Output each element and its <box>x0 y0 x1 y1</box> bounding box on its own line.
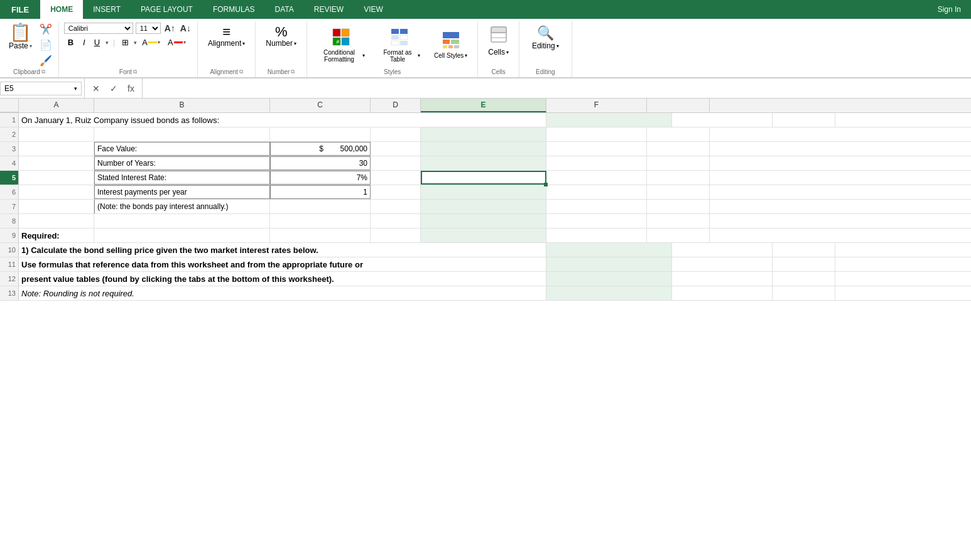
cell-12-a[interactable]: present value tables (found by clicking … <box>19 272 546 286</box>
font-dialog-icon[interactable]: ⧉ <box>133 68 137 75</box>
cell-11-f[interactable] <box>672 257 773 271</box>
cell-4-b[interactable]: Number of Years: <box>94 156 270 170</box>
cell-2-c[interactable] <box>270 127 371 141</box>
cell-11-g[interactable] <box>773 257 835 271</box>
cell-5-e[interactable] <box>421 171 546 185</box>
col-header-c[interactable]: C <box>270 99 371 112</box>
borders-button[interactable]: ⊞ <box>119 37 131 48</box>
cell-3-d[interactable] <box>371 142 421 156</box>
cell-12-f[interactable] <box>672 272 773 286</box>
font-color-button[interactable]: A ▾ <box>165 37 188 48</box>
number-dialog-icon[interactable]: ⧉ <box>291 68 295 75</box>
cell-8-b[interactable] <box>94 214 270 228</box>
cell-2-b[interactable] <box>94 127 270 141</box>
cell-7-g[interactable] <box>647 200 710 213</box>
cell-8-g[interactable] <box>647 214 710 228</box>
cell-8-d[interactable] <box>371 214 421 228</box>
editing-button[interactable]: 🔍 Editing ▾ <box>524 23 567 53</box>
cell-7-e[interactable] <box>421 200 546 213</box>
cell-13-e[interactable] <box>546 286 672 300</box>
conditional-formatting-button[interactable]: ≠ Conditional Formatting ▾ <box>312 25 370 65</box>
cell-10-f[interactable] <box>672 243 773 257</box>
cell-9-c[interactable] <box>270 229 371 242</box>
cell-2-g[interactable] <box>647 127 710 141</box>
cell-7-f[interactable] <box>546 200 647 213</box>
tab-page-layout[interactable]: PAGE LAYOUT <box>131 0 203 19</box>
col-header-g[interactable] <box>647 99 710 112</box>
italic-button[interactable]: I <box>80 37 89 48</box>
tab-review[interactable]: REVIEW <box>304 0 354 19</box>
cell-13-g[interactable] <box>773 286 835 300</box>
tab-formulas[interactable]: FORMULAS <box>203 0 265 19</box>
cells-button[interactable]: Cells ▾ <box>483 23 514 59</box>
cell-9-b[interactable] <box>94 229 270 242</box>
cell-5-g[interactable] <box>647 171 710 185</box>
cell-2-f[interactable] <box>546 127 647 141</box>
cell-7-b[interactable]: (Note: the bonds pay interest annually.) <box>94 200 270 213</box>
cell-1-a[interactable]: On January 1, Ruiz Company issued bonds … <box>19 113 546 127</box>
cell-4-a[interactable] <box>19 156 94 170</box>
cell-5-b[interactable]: Stated Interest Rate: <box>94 171 270 185</box>
cell-13-a[interactable]: Note: Rounding is not required. <box>19 286 546 300</box>
formula-fx-button[interactable]: fx <box>122 81 139 96</box>
cut-button[interactable]: ✂️ <box>38 23 53 36</box>
cell-8-e[interactable] <box>421 214 546 228</box>
col-header-f[interactable]: F <box>546 99 647 112</box>
cell-6-a[interactable] <box>19 185 94 199</box>
cell-6-e[interactable] <box>421 185 546 199</box>
cell-10-g[interactable] <box>773 243 835 257</box>
number-button[interactable]: % Number ▾ <box>261 23 301 50</box>
cell-6-f[interactable] <box>546 185 647 199</box>
cell-4-f[interactable] <box>546 156 647 170</box>
font-grow-button[interactable]: A↑ <box>163 23 176 33</box>
alignment-dialog-icon[interactable]: ⧉ <box>239 68 243 75</box>
col-header-a[interactable]: A <box>19 99 94 112</box>
cell-1-f[interactable] <box>672 113 773 127</box>
col-header-e[interactable]: E <box>421 99 546 112</box>
paste-button[interactable]: 📋 Paste ▾ <box>5 23 36 51</box>
cell-1-g[interactable] <box>773 113 835 127</box>
cell-2-a[interactable] <box>19 127 94 141</box>
cell-9-a[interactable]: Required: <box>19 229 94 242</box>
drag-handle[interactable] <box>544 183 548 186</box>
cell-13-f[interactable] <box>672 286 773 300</box>
cell-6-g[interactable] <box>647 185 710 199</box>
formula-confirm-button[interactable]: ✓ <box>105 81 122 96</box>
tab-view[interactable]: VIEW <box>354 0 393 19</box>
formula-cancel-button[interactable]: ✕ <box>87 81 105 96</box>
tab-home[interactable]: HOME <box>40 0 83 19</box>
tab-insert[interactable]: INSERT <box>83 0 131 19</box>
cell-5-a[interactable] <box>19 171 94 185</box>
cell-10-e[interactable] <box>546 243 672 257</box>
cell-4-g[interactable] <box>647 156 710 170</box>
cell-8-a[interactable] <box>19 214 94 228</box>
cell-11-e[interactable] <box>546 257 672 271</box>
cell-3-g[interactable] <box>647 142 710 156</box>
bold-button[interactable]: B <box>64 36 77 48</box>
cell-9-f[interactable] <box>546 229 647 242</box>
font-shrink-button[interactable]: A↓ <box>179 23 192 33</box>
format-as-table-button[interactable]: Format as Table ▾ <box>374 25 425 65</box>
cell-12-e[interactable] <box>546 272 672 286</box>
cell-6-c[interactable]: 1 <box>270 185 371 199</box>
format-painter-button[interactable]: 🖌️ <box>38 54 53 67</box>
cell-9-g[interactable] <box>647 229 710 242</box>
col-header-d[interactable]: D <box>371 99 421 112</box>
fill-color-button[interactable]: A ▾ <box>139 37 163 48</box>
formula-input[interactable] <box>145 82 971 95</box>
cell-styles-button[interactable]: Cell Styles ▾ <box>429 28 472 62</box>
font-size-select[interactable]: 11 <box>136 23 161 34</box>
cell-7-d[interactable] <box>371 200 421 213</box>
cell-2-d[interactable] <box>371 127 421 141</box>
cell-5-f[interactable] <box>546 171 647 185</box>
cell-3-f[interactable] <box>546 142 647 156</box>
cell-3-c[interactable]: $ 500,000 <box>270 142 371 156</box>
cell-8-c[interactable] <box>270 214 371 228</box>
cell-8-f[interactable] <box>546 214 647 228</box>
tab-file[interactable]: FILE <box>0 0 40 19</box>
cell-3-b[interactable]: Face Value: <box>94 142 270 156</box>
font-family-select[interactable]: Calibri <box>64 23 133 34</box>
cell-reference-box[interactable]: E5 ▾ <box>0 82 82 95</box>
cell-7-a[interactable] <box>19 200 94 213</box>
clipboard-dialog-icon[interactable]: ⧉ <box>41 68 45 75</box>
